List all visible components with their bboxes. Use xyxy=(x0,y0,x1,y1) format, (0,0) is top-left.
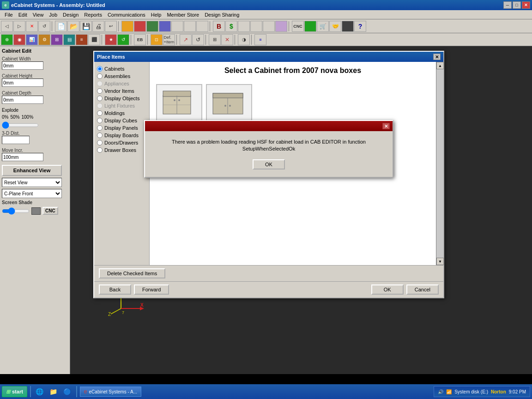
menu-view[interactable]: View xyxy=(30,12,47,18)
volume-icon[interactable]: 🔊 xyxy=(438,389,443,394)
radio-display-cubes[interactable]: Display Cubes xyxy=(97,117,146,124)
3d-dist-input[interactable] xyxy=(2,136,30,144)
tb2-5[interactable]: ⊞ xyxy=(51,34,63,45)
explorer-icon[interactable]: 📁 xyxy=(48,386,60,397)
tool8[interactable]: B xyxy=(213,21,225,32)
maximize-button[interactable]: □ xyxy=(513,1,521,9)
radio-moldings[interactable]: Moldings xyxy=(97,110,146,116)
move-incr-input[interactable] xyxy=(2,153,43,161)
error-close-button[interactable]: ✕ xyxy=(382,123,390,129)
tb2-17[interactable]: ✕ xyxy=(221,34,233,45)
scroll-down[interactable]: ▼ xyxy=(436,258,444,265)
tool5[interactable] xyxy=(171,21,183,32)
tb2-7[interactable]: ≡ xyxy=(76,34,88,45)
menu-communications[interactable]: Communications xyxy=(105,12,148,18)
tb2-3[interactable]: 📊 xyxy=(26,34,38,45)
cplane-select[interactable]: C-Plane Front xyxy=(2,189,62,198)
tool3[interactable] xyxy=(146,21,158,32)
tb2-6[interactable]: ▤ xyxy=(63,34,75,45)
radio-doors-drawers[interactable]: Doors/Drawers xyxy=(97,139,146,146)
enhanced-view-button[interactable]: Enhanced View xyxy=(2,165,62,176)
radio-drawer-boxes[interactable]: Drawer Boxes xyxy=(97,147,146,153)
tool1[interactable] xyxy=(121,21,133,32)
radio-assemblies[interactable]: Assemblies xyxy=(97,73,146,79)
menu-reports[interactable]: Reports xyxy=(81,12,105,18)
cancel-nav-button[interactable]: Cancel xyxy=(406,284,439,295)
tool14[interactable] xyxy=(304,21,316,32)
close-button[interactable]: ✕ xyxy=(522,1,530,9)
scroll-track[interactable] xyxy=(436,69,443,258)
new-button[interactable]: 📄 xyxy=(55,21,67,32)
place-items-close[interactable]: ✕ xyxy=(433,54,441,60)
undo-button[interactable]: ↩ xyxy=(105,21,117,32)
radio-cabinets[interactable]: Cabinets xyxy=(97,66,146,72)
tool9[interactable]: $ xyxy=(225,21,237,32)
tb2-9[interactable]: ★ xyxy=(105,34,117,45)
cnc-button[interactable]: CNC xyxy=(42,207,58,215)
back-button[interactable]: ◁ xyxy=(1,21,13,32)
tool17[interactable] xyxy=(342,21,354,32)
menu-design-sharing[interactable]: Design Sharing xyxy=(202,12,242,18)
ie-icon[interactable]: 🌐 xyxy=(34,386,46,397)
menu-file[interactable]: File xyxy=(2,12,16,18)
tool13[interactable] xyxy=(275,21,287,32)
tool16[interactable]: 🤝 xyxy=(329,21,341,32)
tool7[interactable] xyxy=(196,21,208,32)
menu-edit[interactable]: Edit xyxy=(16,12,30,18)
tb2-15[interactable]: ↺ xyxy=(192,34,204,45)
tb2-8[interactable]: ⬛ xyxy=(88,34,100,45)
tb2-13[interactable]: Def.+Item xyxy=(163,34,175,45)
print-button[interactable]: 🖨 xyxy=(92,21,104,32)
tb2-1[interactable]: ⊕ xyxy=(1,34,13,45)
tool6[interactable] xyxy=(184,21,196,32)
tool10[interactable] xyxy=(238,21,250,32)
radio-display-panels[interactable]: Display Panels xyxy=(97,125,146,131)
tb2-2[interactable]: ◉ xyxy=(13,34,25,45)
cnc-btn[interactable]: CNC xyxy=(292,21,304,32)
menu-member-store[interactable]: Member Store xyxy=(164,12,202,18)
cabinet-width-input[interactable] xyxy=(2,61,43,70)
app-taskbar-button[interactable]: e eCabinet Systems - A... xyxy=(80,387,141,397)
delete-checked-button[interactable]: Delete Checked Items xyxy=(99,268,165,278)
stop-button[interactable]: ✕ xyxy=(26,21,38,32)
cabinet-item-1[interactable] xyxy=(156,84,202,121)
minimize-button[interactable]: ─ xyxy=(503,1,512,9)
tool2[interactable] xyxy=(134,21,146,32)
open-button[interactable]: 📂 xyxy=(67,21,79,32)
tb2-4[interactable]: ⚙ xyxy=(38,34,50,45)
radio-vendor-items[interactable]: Vendor Items xyxy=(97,88,146,94)
tool15[interactable]: 🛒 xyxy=(317,21,329,32)
menu-design[interactable]: Design xyxy=(60,12,81,18)
explode-slider[interactable] xyxy=(2,121,39,129)
browser-icon[interactable]: 🔵 xyxy=(61,386,73,397)
tb2-16[interactable]: ⊞ xyxy=(209,34,221,45)
refresh-button[interactable]: ↺ xyxy=(38,21,50,32)
tb2-14[interactable]: ↗ xyxy=(180,34,192,45)
back-nav-button[interactable]: Back xyxy=(99,284,131,295)
radio-display-objects[interactable]: Display Objects xyxy=(97,95,146,102)
forward-nav-button[interactable]: Forward xyxy=(134,284,169,295)
tb2-18[interactable]: ◑ xyxy=(238,34,250,45)
error-ok-button[interactable]: OK xyxy=(253,159,285,169)
tool11[interactable] xyxy=(250,21,262,32)
ok-nav-button[interactable]: OK xyxy=(371,284,404,295)
network-icon[interactable]: 📶 xyxy=(446,389,452,394)
tb2-12[interactable]: ⊡ xyxy=(151,34,163,45)
tb2-19[interactable]: ≡ xyxy=(254,34,266,45)
menu-job[interactable]: Job xyxy=(46,12,60,18)
cabinet-height-input[interactable] xyxy=(2,79,43,87)
tool12[interactable] xyxy=(263,21,275,32)
tb2-10[interactable]: ↺ xyxy=(117,34,129,45)
save-button[interactable]: 💾 xyxy=(80,21,92,32)
forward-button[interactable]: ▷ xyxy=(13,21,25,32)
shade-slider[interactable] xyxy=(2,207,30,215)
help-button[interactable]: ? xyxy=(354,21,366,32)
reset-view-select[interactable]: Reset View xyxy=(2,178,62,187)
cabinet-depth-input[interactable] xyxy=(2,96,43,104)
scroll-up[interactable]: ▲ xyxy=(436,62,444,69)
cabinet-item-2[interactable] xyxy=(206,84,252,121)
start-button[interactable]: ⊞ start xyxy=(2,386,27,397)
tool4[interactable] xyxy=(159,21,171,32)
tb2-11[interactable]: EB xyxy=(134,34,146,45)
radio-display-boards[interactable]: Display Boards xyxy=(97,132,146,139)
